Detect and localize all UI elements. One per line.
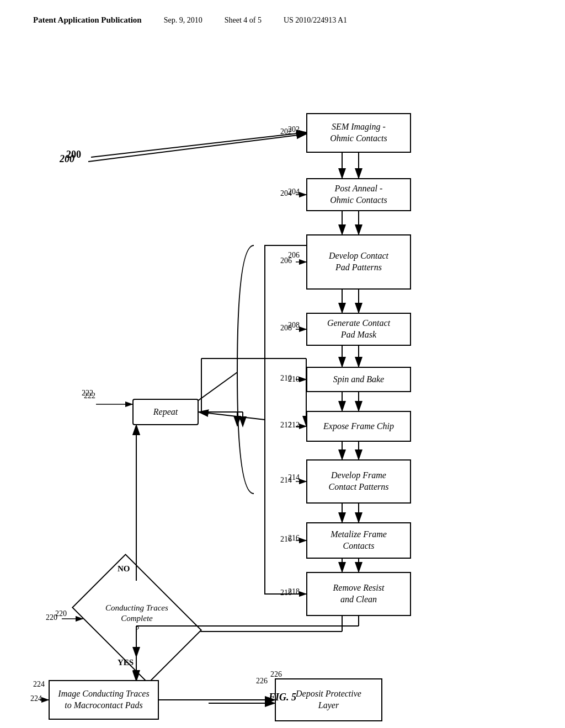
label-226-text: 226 (256, 677, 268, 686)
sem-imaging-box: SEM Imaging -Ohmic Contacts (306, 113, 411, 153)
no-label: NO (118, 564, 130, 574)
develop-frame-box: Develop FrameContact Patterns (306, 459, 411, 504)
remove-resist-box: Remove Resistand Clean (306, 572, 411, 616)
post-anneal-box: Post Anneal -Ohmic Contacts (306, 178, 411, 211)
expose-frame-box: Expose Frame Chip (306, 411, 411, 442)
label-226: 226 (270, 670, 282, 679)
label-204-text: 204 (280, 189, 292, 198)
sheet-info: Sheet 4 of 5 (225, 16, 262, 25)
label-214-text: 214 (280, 476, 292, 485)
spin-bake-label: Spin and Bake (333, 374, 384, 386)
repeat-label: Repeat (153, 406, 178, 418)
repeat-box: Repeat (132, 399, 199, 425)
sem-imaging-label: SEM Imaging -Ohmic Contacts (330, 121, 387, 144)
flowchart-diagram: SEM Imaging -Ohmic Contacts 202 200 Post… (0, 41, 565, 709)
fig-label: FIG. 5 (269, 692, 296, 703)
metalize-frame-label: Metalize FrameContacts (331, 529, 387, 552)
patent-number: US 2010/224913 A1 (284, 16, 347, 25)
develop-contact-label: Develop ContactPad Patterns (329, 250, 388, 274)
develop-contact-box: Develop ContactPad Patterns (306, 234, 411, 290)
post-anneal-label: Post Anneal -Ohmic Contacts (330, 183, 387, 206)
conducting-traces-label: Conducting TracesComplete? (105, 603, 168, 635)
svg-line-25 (88, 134, 306, 162)
publication-title: Patent Application Publication (33, 15, 142, 25)
label-224: 224 (33, 680, 45, 689)
label-200-big: 200 (60, 153, 74, 165)
metalize-frame-box: Metalize FrameContacts (306, 522, 411, 559)
label-212-text: 212 (280, 421, 292, 430)
figure-caption: FIG. 5 (0, 692, 565, 703)
yes-label: YES (118, 658, 134, 667)
svg-line-26 (199, 412, 265, 420)
generate-mask-box: Generate ContactPad Mask (306, 313, 411, 346)
svg-line-19 (91, 132, 306, 157)
generate-mask-label: Generate ContactPad Mask (327, 318, 390, 341)
label-206-text: 206 (280, 256, 292, 265)
label-224-text: 224 (30, 694, 42, 703)
conducting-traces-diamond: Conducting TracesComplete? (83, 581, 191, 657)
label-218-text: 218 (280, 588, 292, 597)
label-222-text: 222 (82, 389, 93, 398)
label-216-text: 216 (280, 535, 292, 544)
publication-date: Sep. 9, 2010 (164, 16, 202, 25)
label-220-text: 220 (46, 613, 57, 622)
spin-bake-box: Spin and Bake (306, 367, 411, 392)
expose-frame-label: Expose Frame Chip (323, 421, 394, 432)
page-header: Patent Application Publication Sep. 9, 2… (0, 0, 565, 25)
label-208-text: 208 (280, 324, 292, 333)
label-210-text: 210 (280, 374, 292, 383)
label-202-text: 202 (280, 127, 292, 136)
develop-frame-label: Develop FrameContact Patterns (329, 470, 389, 493)
remove-resist-label: Remove Resistand Clean (333, 582, 385, 606)
